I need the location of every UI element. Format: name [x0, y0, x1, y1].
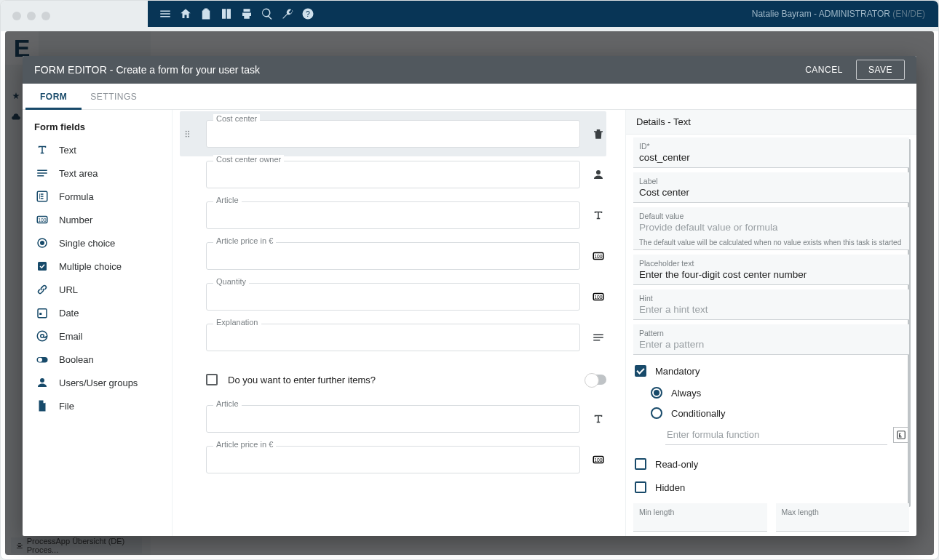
mandatory-always[interactable]: Always [633, 383, 909, 403]
palette-item-label: Single choice [59, 238, 115, 249]
palette-item-email[interactable]: Email [34, 324, 166, 348]
multiple-icon [36, 260, 49, 273]
form-field-row[interactable]: Cost center owner [180, 161, 606, 188]
form-field-row[interactable]: Article [180, 405, 606, 433]
palette-item-label: Date [59, 308, 79, 319]
palette-item-label: Email [59, 331, 83, 342]
menu-icon[interactable] [155, 4, 175, 24]
prop-minlength[interactable]: Min length [633, 503, 767, 532]
home-icon[interactable] [175, 4, 196, 24]
prop-id-input[interactable] [639, 151, 903, 166]
number-icon [590, 452, 606, 468]
form-field-row[interactable]: Article price in € [180, 446, 606, 473]
svg-text:?: ? [306, 9, 310, 18]
form-field-row[interactable]: Article [180, 201, 606, 229]
wrench-icon[interactable] [277, 4, 298, 24]
book-icon[interactable] [216, 4, 237, 24]
tab-settings[interactable]: SETTINGS [90, 84, 137, 109]
form-field-input[interactable] [206, 120, 580, 148]
prop-id[interactable]: ID* [633, 137, 909, 168]
save-button[interactable]: SAVE [856, 60, 905, 80]
single-icon [36, 236, 49, 249]
palette-item-users[interactable]: Users/User groups [34, 371, 166, 394]
form-field-input[interactable] [206, 446, 580, 473]
form-field-input[interactable] [206, 201, 580, 229]
file-icon [36, 399, 49, 412]
prop-placeholder-input[interactable] [639, 268, 903, 283]
details-panel: Details - Text ID* Label Default value [625, 110, 916, 536]
formula-row [665, 425, 909, 445]
traffic-light-close[interactable] [12, 12, 21, 20]
print-icon[interactable] [237, 4, 257, 24]
clipboard-icon[interactable] [196, 4, 216, 24]
form-canvas[interactable]: Cost center Cost center owner Article Ar… [173, 110, 625, 536]
prop-placeholder-label: Placeholder text [639, 259, 903, 268]
mandatory-checkbox[interactable]: Mandatory [633, 359, 909, 383]
form-field-label: Cost center owner [213, 155, 284, 164]
prop-placeholder[interactable]: Placeholder text [633, 255, 909, 285]
form-field-row[interactable]: Explanation [180, 324, 606, 351]
hidden-checkbox[interactable]: Hidden [633, 476, 909, 499]
prop-hint[interactable]: Hint [633, 289, 909, 320]
checkbox-icon [635, 365, 646, 377]
form-field-input[interactable] [206, 324, 580, 351]
prop-pattern-label: Pattern [639, 329, 903, 337]
palette-item-text[interactable]: Text [34, 138, 166, 161]
form-field-input[interactable] [206, 161, 580, 188]
cancel-button[interactable]: CANCEL [798, 60, 850, 79]
palette-item-textarea[interactable]: Text area [34, 161, 166, 185]
prop-label-input[interactable] [639, 185, 903, 201]
palette-item-label: Users/User groups [59, 377, 138, 388]
search-icon[interactable] [257, 4, 277, 24]
form-field-input[interactable] [206, 283, 580, 311]
palette-item-file[interactable]: File [34, 394, 166, 417]
form-editor-modal: FORM EDITOR - Create a form for your use… [23, 56, 916, 536]
modal-title-main: FORM EDITOR [34, 64, 107, 76]
number-icon [590, 289, 606, 305]
prop-hint-input[interactable] [639, 303, 903, 318]
email-icon [36, 329, 49, 343]
prop-maxlength[interactable]: Max length [776, 503, 910, 532]
toggle-icon[interactable] [586, 375, 606, 385]
traffic-light-min[interactable] [27, 12, 36, 20]
prop-default[interactable]: Default value The default value will be … [633, 207, 909, 250]
palette-item-single[interactable]: Single choice [34, 231, 166, 255]
tab-form[interactable]: FORM [40, 84, 67, 109]
form-field-row[interactable]: Cost center [180, 111, 606, 156]
palette-item-boolean[interactable]: Boolean [34, 348, 166, 371]
mandatory-conditionally[interactable]: Conditionally [633, 403, 909, 423]
prop-label[interactable]: Label [633, 172, 909, 203]
prop-hint-label: Hint [639, 294, 903, 303]
palette-item-url[interactable]: URL [34, 278, 166, 301]
minlength-input[interactable] [639, 522, 754, 527]
form-field-input-wrap: Cost center [206, 120, 580, 148]
help-icon[interactable]: ? [298, 4, 318, 24]
radio-icon [651, 387, 662, 399]
formula-input[interactable] [665, 425, 887, 445]
readonly-checkbox[interactable]: Read-only [633, 452, 909, 476]
modal-title-sub: - Create a form for your user task [110, 64, 260, 76]
formula-button[interactable] [893, 427, 909, 443]
prop-label-label: Label [639, 177, 903, 185]
form-field-input[interactable] [206, 242, 580, 270]
hidden-label: Hidden [655, 482, 685, 493]
prop-id-label: ID* [639, 142, 903, 151]
palette-item-multiple[interactable]: Multiple choice [34, 255, 166, 278]
form-field-input-wrap: Explanation [206, 324, 580, 351]
prop-pattern[interactable]: Pattern [633, 324, 909, 355]
form-field-row[interactable]: Quantity [180, 283, 606, 311]
form-field-input[interactable] [206, 405, 580, 433]
palette-item-formula[interactable]: Formula [34, 185, 166, 208]
palette-item-number[interactable]: Number [34, 208, 166, 231]
traffic-light-max[interactable] [41, 12, 50, 20]
further-items-row[interactable]: Do you want to enter further items? [180, 369, 606, 391]
drag-handle-icon[interactable] [180, 129, 196, 139]
trash-icon[interactable] [590, 126, 606, 142]
checkbox-icon[interactable] [206, 374, 218, 385]
prop-pattern-input[interactable] [639, 337, 903, 353]
maxlength-input[interactable] [782, 522, 897, 527]
prop-default-input[interactable] [639, 220, 903, 236]
form-field-row[interactable]: Article price in € [180, 242, 606, 270]
palette-item-date[interactable]: Date [34, 301, 166, 324]
form-field-input-wrap: Article price in € [206, 242, 580, 270]
